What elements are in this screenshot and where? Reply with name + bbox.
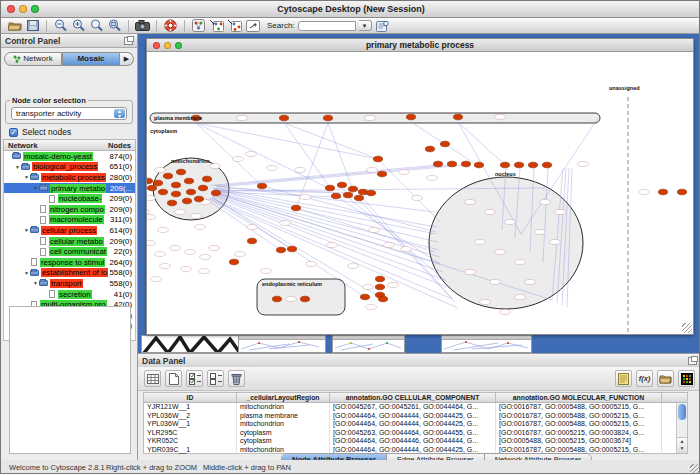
gene-node <box>425 146 434 152</box>
file-icon <box>40 216 46 224</box>
tree-row[interactable]: ▼establishment of lo558(0) <box>4 268 135 279</box>
annotation-icon[interactable] <box>245 19 260 32</box>
background-window[interactable] <box>332 335 405 353</box>
network-canvas-svg: plasma membranecytoplasmmitochondrionnuc… <box>147 52 693 334</box>
tree-row[interactable]: secretion41(0) <box>4 289 135 300</box>
attribute-matrix-icon[interactable] <box>678 370 695 387</box>
save-session-icon[interactable] <box>25 19 40 32</box>
file-icon <box>40 237 46 245</box>
select-nodes-checkbox[interactable]: ✓ <box>9 128 18 137</box>
birdseye-overview-panel[interactable] <box>9 306 131 454</box>
tree-header[interactable]: Network Nodes <box>3 139 136 151</box>
node-color-combo[interactable]: transporter activity ▲▼ <box>11 107 127 120</box>
folder-icon <box>30 174 39 180</box>
help-lifesaver-icon[interactable] <box>163 19 178 32</box>
scrollbar-arrows[interactable]: ▲▼ <box>677 437 687 453</box>
gene-node <box>528 162 537 168</box>
gene-node <box>184 178 193 184</box>
background-window[interactable] <box>441 335 532 353</box>
select-attributes-icon[interactable] <box>186 370 203 387</box>
app-resize-grip[interactable] <box>690 464 700 474</box>
tab-network[interactable]: Network <box>4 52 62 66</box>
manage-networks-icon[interactable] <box>191 19 206 32</box>
zoom-fit-icon[interactable] <box>107 19 122 32</box>
status-hint-zoom: Right-click + drag to ZOOM <box>106 463 197 472</box>
attribute-table-header[interactable]: ID_cellularLayoutRegionannotation.GO CEL… <box>144 393 687 403</box>
search-dropdown-arrow[interactable]: ▼ <box>359 20 372 31</box>
attribute-notes-icon[interactable] <box>615 370 632 387</box>
table-row[interactable]: YLR295Ccytoplasm[GO:0045263, GO:0044464,… <box>144 429 687 438</box>
table-column-header[interactable]: _cellularLayoutRegion <box>237 393 330 402</box>
gene-node <box>171 182 180 188</box>
status-bar: Welcome to Cytoscape 2.8.1 Right-click +… <box>1 460 700 474</box>
float-panel-icon[interactable] <box>688 357 697 365</box>
layout-nodes-icon[interactable] <box>209 19 224 32</box>
window-resize-grip[interactable] <box>682 323 692 333</box>
tree-row[interactable]: macromolecule311(0) <box>4 215 135 226</box>
table-row[interactable]: YPL036W__2plasma membrane[GO:0044464, GO… <box>144 412 687 421</box>
tree-row[interactable]: nucleobase-209(0) <box>4 193 135 204</box>
layout-edges-icon[interactable] <box>227 19 242 32</box>
table-cell: YKR052C <box>144 437 237 446</box>
tree-row[interactable]: ▼cellular process614(0) <box>4 225 135 236</box>
table-column-header[interactable]: annotation.GO CELLULAR_COMPONENT <box>330 393 496 402</box>
tree-row[interactable]: ▼primary metabo209(... <box>4 183 135 194</box>
delete-attribute-icon[interactable] <box>228 370 245 387</box>
cytoscape-app-window: Cytoscape Desktop (New Session) Search: … <box>0 0 700 474</box>
float-panel-icon[interactable] <box>124 37 133 45</box>
function-builder-icon[interactable]: f(x) <box>636 370 653 387</box>
tab-mosaic[interactable]: Mosaic <box>62 52 120 66</box>
data-panel-title: Data Panel <box>142 356 185 366</box>
network-canvas[interactable]: plasma membranecytoplasmmitochondrionnuc… <box>147 52 693 334</box>
enhanced-search-icon[interactable] <box>375 19 390 32</box>
data-panel: Data Panel f(x) ID_cellularLayoutRegiona… <box>138 353 700 469</box>
more-tabs-button[interactable]: ▶ <box>120 52 134 66</box>
snapshot-camera-icon[interactable] <box>135 19 150 32</box>
file-icon <box>40 248 46 256</box>
import-attributes-icon[interactable] <box>657 370 674 387</box>
zoom-in-icon[interactable] <box>71 19 86 32</box>
network-window-titlebar[interactable]: primary metabolic process <box>147 39 693 52</box>
app-titlebar[interactable]: Cytoscape Desktop (New Session) <box>1 1 700 18</box>
tree-row[interactable]: ▼transport558(0) <box>4 278 135 289</box>
tree-row-node-count: 209(0) <box>109 205 132 214</box>
scrollbar-thumb[interactable] <box>678 404 686 420</box>
search-input[interactable] <box>298 21 356 31</box>
gene-node <box>276 247 285 253</box>
gene-node <box>202 176 211 182</box>
tree-row[interactable]: cellular metabo209(0) <box>4 236 135 247</box>
open-file-icon[interactable] <box>7 19 22 32</box>
table-row[interactable]: YKR052Ccytoplasm[GO:0044464, GO:0044446,… <box>144 437 687 446</box>
zoom-selected-icon[interactable] <box>89 19 104 32</box>
background-window[interactable] <box>238 335 326 353</box>
attribute-table[interactable]: ID_cellularLayoutRegionannotation.GO CEL… <box>143 392 688 454</box>
tree-row-node-count: 651(0) <box>109 162 132 171</box>
region-label-plasma-membrane: plasma membrane <box>154 115 202 121</box>
tree-row[interactable]: cell communicat22(0) <box>4 246 135 257</box>
folder-icon <box>30 270 39 276</box>
tree-row[interactable]: mosaic-demo-yeast874(0) <box>4 151 135 162</box>
tree-row[interactable]: response to stimul264(0) <box>4 257 135 268</box>
zoom-out-icon[interactable] <box>53 19 68 32</box>
create-attribute-icon[interactable] <box>165 370 182 387</box>
gene-node <box>147 185 156 191</box>
unselect-attributes-icon[interactable] <box>207 370 224 387</box>
tree-row[interactable]: nitrogen compo209(0) <box>4 204 135 215</box>
table-column-header[interactable]: ID <box>144 393 237 402</box>
table-cell: YPL036W__1 <box>144 420 237 429</box>
gene-node <box>323 115 332 121</box>
gene-node <box>348 186 357 192</box>
table-cell: [GO:0016787, GO:0005488, GO:0005215, G..… <box>496 403 662 412</box>
table-scrollbar[interactable]: ▲▼ <box>676 403 687 453</box>
table-row[interactable]: YJR121W__1mitochondrion[GO:0045267, GO:0… <box>144 403 687 412</box>
tree-row[interactable]: ▼metabolic process280(0) <box>4 172 135 183</box>
table-row[interactable]: YPL036W__1mitochondrion[GO:0044464, GO:0… <box>144 420 687 429</box>
gene-node <box>514 162 523 168</box>
table-cell: [GO:0045263, GO:0044464, GO:0044455, G..… <box>330 429 496 438</box>
attribute-table-icon[interactable] <box>144 370 161 387</box>
network-window[interactable]: primary metabolic process plasma membran… <box>146 38 694 335</box>
table-column-header[interactable]: annotation.GO MOLECULAR_FUNCTION <box>496 393 662 402</box>
tree-row[interactable]: ▼biological_process651(0) <box>4 162 135 173</box>
gene-node <box>229 259 238 265</box>
node-color-selection-group: Node color selection transporter activit… <box>5 100 133 124</box>
